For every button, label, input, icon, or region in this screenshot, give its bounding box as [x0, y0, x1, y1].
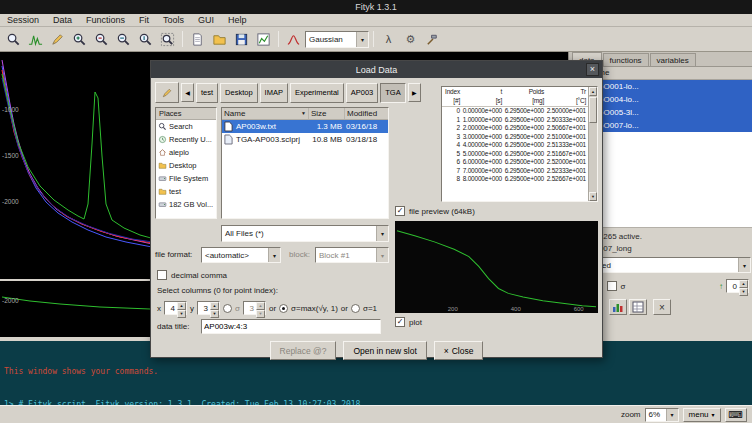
file-preview-toggle[interactable]: file preview (64kB): [395, 206, 475, 216]
settings-button[interactable]: ⚙: [400, 29, 421, 50]
spinner-arrows-icon[interactable]: ▲▼: [177, 302, 186, 314]
decimal-comma-toggle[interactable]: decimal comma: [157, 270, 227, 280]
define-function-button[interactable]: λ: [378, 29, 399, 50]
place-home[interactable]: aleplo: [156, 146, 216, 159]
column-header-filename[interactable]: Name▼: [222, 108, 308, 119]
dialog-title: Load Data: [356, 65, 398, 75]
zoom-horizontal-button[interactable]: [113, 29, 134, 50]
tab-variables[interactable]: variables: [650, 53, 696, 66]
data-view-mode-button[interactable]: [25, 29, 46, 50]
menu-item[interactable]: GUI: [191, 14, 221, 26]
zoom-in-button[interactable]: [69, 29, 90, 50]
column-header-name[interactable]: Name: [585, 67, 752, 79]
script-button[interactable]: [187, 29, 208, 50]
menu-item[interactable]: Session: [0, 14, 46, 26]
table-row[interactable]: 6 6.00000e+000 6.29500e+000 2.52000e+001: [442, 158, 588, 167]
place-recently-used[interactable]: Recently U...: [156, 133, 216, 146]
table-row[interactable]: 0 0.00000e+000 6.29500e+000 2.50000e+001: [442, 107, 588, 116]
open-session-button[interactable]: [209, 29, 230, 50]
path-button-ap003[interactable]: AP003: [346, 83, 379, 103]
sigma-one-radio[interactable]: [351, 304, 360, 313]
preview-plot[interactable]: 200 400 600: [395, 221, 598, 313]
y-column-spinner[interactable]: 3▲▼: [197, 301, 220, 315]
zoom-out-button[interactable]: [91, 29, 112, 50]
dataset-table-button[interactable]: [629, 299, 647, 315]
close-button[interactable]: ×Close: [434, 341, 484, 360]
dialog-titlebar[interactable]: Load Data ×: [151, 61, 602, 78]
replace-button[interactable]: Replace @?: [270, 341, 337, 360]
place-volume[interactable]: 182 GB Vol...: [156, 198, 216, 211]
table-row[interactable]: 7 7.00000e+000 6.29500e+000 2.52333e+001: [442, 167, 588, 176]
path-button-tga-active[interactable]: TGA: [380, 83, 405, 103]
data-title-input[interactable]: [201, 319, 381, 334]
menu-button[interactable]: menu ▾: [683, 408, 721, 422]
dialog-close-button[interactable]: ×: [586, 63, 599, 76]
type-location-button[interactable]: [155, 82, 179, 103]
menu-item[interactable]: Help: [221, 14, 254, 26]
edit-mode-button[interactable]: [47, 29, 68, 50]
zoom-vertical-button[interactable]: [135, 29, 156, 50]
table-row[interactable]: 1 1.00000e+000 6.29500e+000 2.50333e+001: [442, 116, 588, 125]
decimal-comma-checkbox[interactable]: [157, 270, 167, 280]
table-row[interactable]: 8 8.00000e+000 6.29500e+000 2.52667e+001: [442, 175, 588, 184]
point-size-spinner[interactable]: 0 ▲▼: [726, 279, 749, 293]
place-search[interactable]: Search: [156, 120, 216, 133]
menu-item[interactable]: Functions: [79, 14, 132, 26]
plot-checkbox[interactable]: [395, 317, 405, 327]
path-button-experimental[interactable]: Experimental: [290, 83, 344, 103]
spinner-arrows-icon[interactable]: ▲▼: [210, 302, 219, 314]
dataset-plot-style-button[interactable]: [609, 299, 627, 315]
path-back-button[interactable]: ◀: [181, 83, 194, 102]
menu-item[interactable]: Fit: [132, 14, 156, 26]
file-row[interactable]: TGA-AP003.sclprj 10.8 MB 03/18/18: [222, 133, 388, 146]
file-filter-combo[interactable]: All Files (*) ▾: [221, 225, 389, 242]
x-label: x: [157, 304, 161, 313]
menu-item[interactable]: Data: [46, 14, 79, 26]
zoom-combo[interactable]: 6% ▾: [645, 408, 679, 422]
column-header-modified[interactable]: Modified: [344, 108, 388, 119]
sigma-checkbox[interactable]: [607, 281, 617, 291]
sigma-max-radio[interactable]: [279, 304, 288, 313]
table-row[interactable]: 2 2.00000e+000 6.29500e+000 2.50667e+001: [442, 124, 588, 133]
place-desktop[interactable]: Desktop: [156, 159, 216, 172]
file-preview-checkbox[interactable]: [395, 206, 405, 216]
plot-toggle[interactable]: plot: [395, 317, 422, 327]
sigma-column-radio[interactable]: [223, 304, 232, 313]
keyboard-shortcuts-button[interactable]: ⌨: [725, 408, 747, 422]
dropdown-arrow-icon: ▾: [738, 258, 750, 272]
tab-functions[interactable]: functions: [603, 53, 649, 66]
table-row[interactable]: 4 4.00000e+000 6.29500e+000 2.51333e+001: [442, 141, 588, 150]
place-test[interactable]: test: [156, 185, 216, 198]
shift-up-icon[interactable]: ↑: [719, 282, 723, 291]
tools-button[interactable]: [422, 29, 443, 50]
zoom-mode-button[interactable]: [3, 29, 24, 50]
column-header-size[interactable]: Size: [308, 108, 344, 119]
table-row[interactable]: 3 3.00000e+000 6.29500e+000 2.51000e+001: [442, 133, 588, 142]
zoom-all-button[interactable]: [157, 29, 178, 50]
spinner-arrows-icon[interactable]: ▲▼: [739, 280, 748, 292]
file-row-selected[interactable]: AP003w.txt 1.3 MB 03/16/18: [222, 120, 388, 133]
peaks-icon: [28, 32, 43, 47]
path-button-imap[interactable]: IMAP: [260, 83, 288, 103]
file-icon: [224, 134, 233, 145]
save-session-button[interactable]: [231, 29, 252, 50]
open-in-new-slot-button[interactable]: Open in new slot: [343, 341, 426, 360]
dataset-delete-button[interactable]: ×: [653, 299, 671, 315]
place-file-system[interactable]: File System: [156, 172, 216, 185]
path-button-test[interactable]: test: [196, 83, 218, 103]
preview-table-scr[interactable]: ▲ ▼: [588, 87, 597, 201]
export-chart-button[interactable]: [253, 29, 274, 50]
add-peak-button[interactable]: [283, 29, 304, 50]
scroll-down-icon[interactable]: ▼: [589, 192, 597, 201]
table-row[interactable]: 5 5.00000e+000 6.29500e+000 2.51667e+001: [442, 150, 588, 159]
magnifier-all-icon: [160, 32, 175, 47]
function-type-combo[interactable]: Gaussian ▾: [305, 31, 369, 48]
x-column-spinner[interactable]: 4▲▼: [164, 301, 187, 315]
sigma-column-label: σ: [235, 304, 240, 313]
file-format-combo[interactable]: <automatic> ▾: [201, 247, 281, 263]
scrollbar-thumb[interactable]: [589, 97, 597, 123]
scroll-up-icon[interactable]: ▲: [589, 87, 597, 96]
menu-item[interactable]: Tools: [156, 14, 191, 26]
path-forward-button[interactable]: ▶: [408, 83, 421, 102]
path-button-desktop[interactable]: Desktop: [220, 83, 258, 103]
